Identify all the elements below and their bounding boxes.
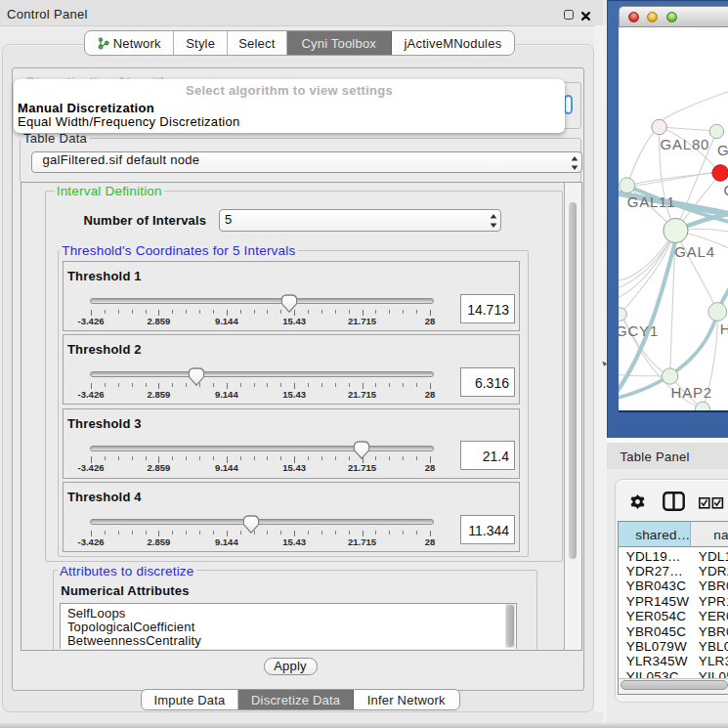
svg-text:GA: GA [717, 142, 728, 158]
svg-text:C: C [723, 182, 728, 198]
svg-text:GAL80: GAL80 [660, 136, 709, 152]
svg-text:GAL4: GAL4 [674, 243, 715, 260]
svg-text:GCY1: GCY1 [619, 322, 659, 339]
svg-text:HAP2: HAP2 [670, 384, 711, 401]
svg-text:H: H [719, 321, 728, 337]
svg-text:GAL11: GAL11 [626, 193, 675, 210]
